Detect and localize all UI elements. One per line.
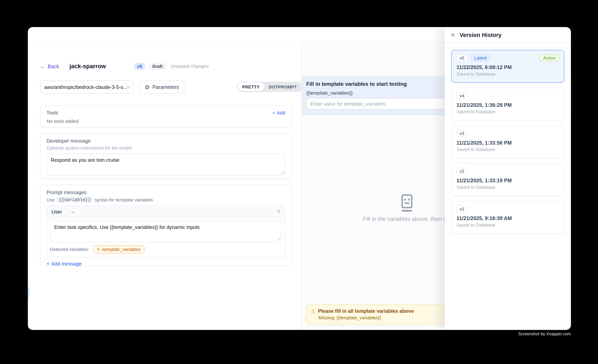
resize-handle[interactable]	[281, 171, 284, 174]
message-header: User ⠿	[47, 206, 285, 218]
close-icon[interactable]: ×	[451, 31, 455, 38]
developer-message-input[interactable]: Respond as you are tom cruise	[47, 154, 285, 176]
latest-badge: Latest	[471, 55, 491, 61]
version-card-v4[interactable]: v4 11/21/2025, 1:36:28 PM Saved to Datab…	[451, 88, 565, 120]
model-select[interactable]: aws/anthropic/bedrock-claude-3-5-s...	[40, 81, 134, 93]
message-content-input[interactable]: Enter task specifics. Use {{template_var…	[50, 221, 282, 242]
back-arrow-icon: ←	[40, 64, 45, 69]
plus-icon: +	[47, 261, 49, 266]
role-select-value[interactable]: User	[51, 209, 62, 215]
version-status: Saved to Database	[457, 71, 559, 77]
version-status: Saved to Database	[457, 185, 559, 190]
variable-syntax-code: {{variable}}	[57, 197, 93, 203]
version-card-v5[interactable]: v5 Latest Active 11/22/2025, 6:08:12 PM …	[451, 50, 565, 83]
version-timestamp: 11/21/2025, 1:33:19 PM	[457, 178, 559, 183]
version-number-chip: v4	[457, 92, 467, 99]
add-message-button[interactable]: + Add message	[47, 261, 82, 266]
drag-handle-icon[interactable]: ⠿	[277, 209, 280, 215]
version-status: Saved to Database	[457, 147, 559, 152]
tools-empty-text: No tools added	[47, 119, 285, 124]
active-badge: Active	[540, 55, 560, 61]
warning-icon: ⚠	[311, 308, 315, 314]
developer-message-subtitle: Optional system instructions for the mod…	[47, 145, 285, 151]
parameters-label: Parameters	[152, 84, 179, 90]
model-toolbar: aws/anthropic/bedrock-claude-3-5-s... ⚙ …	[40, 81, 185, 93]
version-history-panel: × Version History v5 Latest Active 11/22…	[445, 27, 571, 330]
format-toggle: PRETTY DOTPROMPT	[237, 82, 302, 92]
app-window: ← Back jack-sparrow v5 Draft Unsaved cha…	[28, 27, 571, 330]
version-history-title: Version History	[460, 32, 502, 38]
version-status: Saved to Database	[457, 222, 559, 228]
watermark-text: Screenshot by Xnapper.com	[518, 331, 571, 336]
warning-title: Please fill in all template variables ab…	[318, 308, 414, 314]
version-card-v1[interactable]: v1 11/21/2025, 9:16:39 AM Saved to Datab…	[451, 201, 565, 234]
version-timestamp: 11/21/2025, 1:36:28 PM	[457, 102, 559, 108]
message-block: User ⠿ Enter task specifics. Use {{templ…	[47, 206, 285, 257]
resize-handle[interactable]	[277, 237, 281, 240]
clipped-toast	[28, 287, 30, 298]
add-tool-label: Add	[277, 110, 285, 116]
version-status: Saved to Database	[457, 109, 559, 115]
parameters-button[interactable]: ⚙ Parameters	[139, 81, 184, 93]
plus-icon: +	[273, 110, 275, 116]
hint-prefix: Use	[47, 197, 55, 202]
tools-title: Tools	[47, 110, 58, 116]
toggle-dotprompt[interactable]: DOTPROMPT	[264, 82, 302, 91]
pencil-icon: ✎	[97, 247, 100, 252]
add-tool-button[interactable]: + Add	[273, 110, 285, 116]
developer-message-card: Developer message Optional system instru…	[40, 133, 292, 179]
version-timestamp: 11/21/2025, 1:33:56 PM	[457, 140, 559, 146]
unsaved-changes-text: Unsaved changes	[171, 64, 209, 69]
version-badge: v5	[134, 63, 145, 70]
page-title: jack-sparrow	[69, 63, 106, 70]
version-number-chip: v3	[457, 130, 467, 137]
chevron-down-icon[interactable]	[71, 210, 75, 213]
template-variable-chip[interactable]: ✎ template_variables	[93, 245, 144, 254]
back-label: Back	[48, 64, 59, 69]
prompt-messages-card: Prompt messages Use {{variable}} syntax …	[40, 185, 292, 266]
add-message-label: Add message	[51, 261, 82, 266]
back-button[interactable]: ← Back	[40, 64, 59, 69]
version-timestamp: 11/22/2025, 6:08:12 PM	[457, 64, 559, 70]
version-card-v2[interactable]: v2 11/21/2025, 1:33:19 PM Saved to Datab…	[451, 163, 565, 196]
detected-variables-row: Detected variables: ✎ template_variables	[47, 242, 285, 257]
version-number-chip: v2	[457, 168, 467, 175]
chevron-down-icon	[126, 84, 130, 88]
detected-variables-label: Detected variables:	[50, 247, 89, 252]
version-number-chip: v1	[457, 206, 467, 212]
model-select-value: aws/anthropic/bedrock-claude-3-5-s...	[44, 84, 127, 90]
toggle-pretty[interactable]: PRETTY	[238, 82, 264, 91]
developer-message-title: Developer message	[47, 138, 285, 144]
robot-face-icon	[397, 194, 417, 215]
version-list: v5 Latest Active 11/22/2025, 6:08:12 PM …	[445, 43, 571, 246]
screenshot-stage: ← Back jack-sparrow v5 Draft Unsaved cha…	[0, 0, 598, 364]
template-variable-name: template_variables	[102, 247, 141, 252]
prompt-editor-column: ← Back jack-sparrow v5 Draft Unsaved cha…	[28, 43, 301, 330]
version-card-v3[interactable]: v3 11/21/2025, 1:33:56 PM Saved to Datab…	[451, 125, 565, 158]
prompt-messages-title: Prompt messages	[47, 190, 285, 195]
version-timestamp: 11/21/2025, 9:16:39 AM	[457, 215, 559, 221]
breadcrumb: ← Back jack-sparrow v5 Draft Unsaved cha…	[40, 63, 209, 70]
version-number-chip: v5	[457, 55, 467, 61]
gear-icon: ⚙	[145, 84, 150, 90]
version-history-header: × Version History	[445, 27, 571, 43]
variable-syntax-hint: Use {{variable}} syntax for template var…	[47, 197, 285, 203]
tools-card: Tools + Add No tools added	[40, 105, 292, 127]
bot-empty-state-icon	[397, 194, 417, 216]
hint-suffix: syntax for template variables	[95, 197, 153, 202]
draft-badge: Draft	[149, 63, 166, 70]
